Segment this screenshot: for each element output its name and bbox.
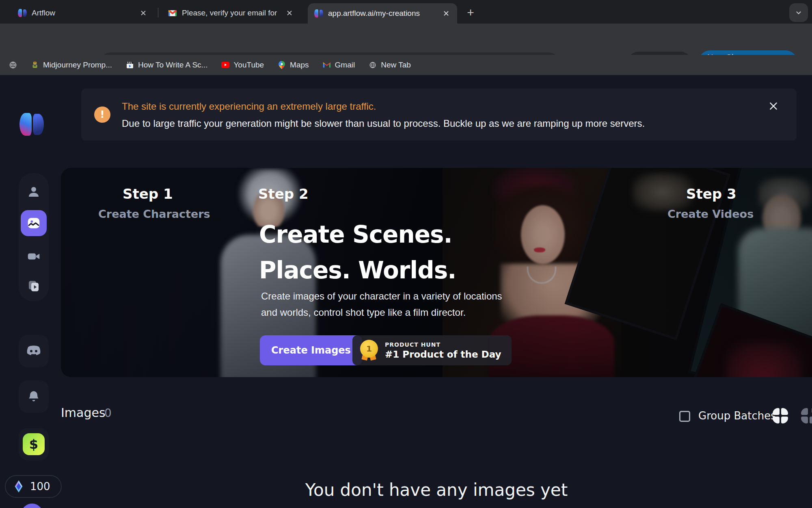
hero-banner: Step 1 Create Characters Step 2 Create S… (61, 168, 812, 377)
sidebar-item-images-selected[interactable] (21, 210, 47, 236)
globe-icon[interactable] (9, 61, 17, 69)
dollar-icon: $ (23, 433, 45, 455)
gem-icon (12, 480, 25, 493)
bookmark-new-tab[interactable]: New Tab (369, 61, 411, 69)
sidebar-item-clips[interactable] (26, 278, 42, 294)
artflow-logo[interactable] (19, 113, 44, 136)
clapperboard-icon (126, 61, 134, 69)
banner-title: The site is currently experiencing an ex… (122, 101, 376, 112)
bookmarks-bar: Midjourney Promp... How To Write A Sc...… (0, 55, 812, 75)
tab-active-my-creations[interactable]: app.artflow.ai/my-creations (308, 3, 457, 24)
artflow-app: ! The site is currently experiencing an … (0, 76, 812, 508)
step2-title: Step 2 (258, 186, 309, 202)
empty-state-message: You don't have any images yet (305, 480, 568, 500)
step3-subtitle: Create Videos (667, 208, 754, 220)
tab-artflow[interactable]: Artflow (11, 4, 154, 22)
product-hunt-small-label: PRODUCT HUNT (385, 341, 501, 348)
hero-heading: Create Scenes. Places. Worlds. (259, 217, 456, 288)
bookmark-label: How To Write A Sc... (138, 61, 207, 69)
bookmark-gmail[interactable]: Gmail (323, 61, 355, 69)
artflow-favicon-icon (314, 9, 323, 17)
hero-heading-line2: Places. Worlds. (259, 252, 456, 288)
youtube-icon (221, 61, 229, 69)
bookmark-midjourney[interactable]: Midjourney Promp... (31, 61, 112, 69)
gmail-favicon-icon (168, 10, 177, 17)
browser-toolbar: app Incognito (0, 24, 812, 55)
banner-message: Due to large traffic your generation mig… (122, 118, 645, 129)
product-hunt-big-label: #1 Product of the Day (385, 349, 501, 360)
globe-icon (369, 61, 377, 69)
maps-pin-icon (278, 61, 286, 69)
bookmark-label: Gmail (335, 61, 355, 69)
traffic-warning-banner: ! The site is currently experiencing an … (81, 89, 797, 141)
warning-icon: ! (94, 106, 110, 123)
bell-icon (26, 389, 41, 404)
masonry-view-icon[interactable] (801, 408, 812, 423)
discord-button[interactable] (19, 335, 49, 367)
tab-search-chevron-button[interactable] (789, 3, 808, 22)
hero-description-line1: Create images of your character in a var… (261, 288, 502, 304)
images-count: 0 (104, 406, 112, 420)
new-tab-button[interactable]: + (463, 5, 478, 20)
discord-icon (25, 345, 42, 358)
bookmark-label: New Tab (381, 61, 411, 69)
credits-value: 100 (30, 480, 50, 493)
create-images-button[interactable]: Create Images (260, 335, 362, 365)
hero-description: Create images of your character in a var… (261, 288, 502, 321)
close-icon[interactable] (284, 8, 295, 18)
sidebar-item-videos[interactable] (26, 248, 42, 265)
sidebar-nav-rail (19, 173, 49, 301)
images-section-title: Images (61, 406, 106, 420)
tab-title: Please, verify your email for a (182, 9, 279, 17)
close-icon[interactable] (138, 8, 149, 18)
browser-window: Artflow Please, verify your email for a (0, 0, 812, 508)
step3-title: Step 3 (686, 186, 736, 202)
grid-view-icon[interactable] (773, 408, 788, 423)
step1-title: Step 1 (123, 186, 173, 202)
image-icon (26, 215, 41, 231)
tab-gmail-verify[interactable]: Please, verify your email for a (162, 4, 300, 22)
hero-heading-line1: Create Scenes. (259, 217, 456, 252)
group-batches-checkbox[interactable] (679, 411, 690, 422)
product-hunt-badge[interactable]: 1 PRODUCT HUNT #1 Product of the Day (352, 335, 512, 365)
bookmark-label: Maps (290, 61, 309, 69)
group-batches-label: Group Batches (698, 410, 776, 422)
avatar[interactable] (21, 504, 43, 508)
bookmark-label: YouTube (233, 61, 264, 69)
close-icon[interactable] (441, 8, 451, 19)
medal-number: 1 (360, 340, 378, 358)
artflow-favicon-icon (18, 9, 27, 17)
bookmark-howtowrite[interactable]: How To Write A Sc... (126, 61, 207, 69)
medal-icon: 1 (360, 339, 378, 362)
gmail-icon (323, 61, 331, 69)
tab-separator (158, 8, 158, 17)
hero-description-line2: and worlds, control shot type like a fil… (261, 304, 502, 321)
tab-title: Artflow (32, 9, 133, 17)
robot-icon (31, 61, 39, 69)
bookmark-maps[interactable]: Maps (278, 61, 309, 69)
credits-counter[interactable]: 100 (5, 475, 62, 498)
sidebar-item-characters[interactable] (26, 184, 42, 200)
step1-subtitle: Create Characters (98, 208, 210, 220)
bookmark-label: Midjourney Promp... (43, 61, 112, 69)
tab-title: app.artflow.ai/my-creations (328, 9, 436, 18)
tab-strip: Artflow Please, verify your email for a (0, 0, 812, 24)
close-icon[interactable] (767, 100, 780, 112)
notifications-button[interactable] (19, 380, 49, 413)
bookmark-youtube[interactable]: YouTube (221, 61, 264, 69)
upgrade-button[interactable]: $ (19, 428, 49, 460)
